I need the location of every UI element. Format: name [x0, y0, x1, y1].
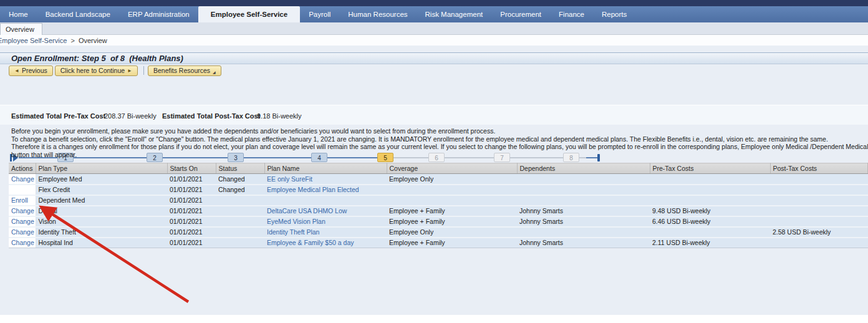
nav-tab-payroll[interactable]: Payroll	[300, 6, 339, 22]
enrollment-instructions: Before you begin your enrollment, please…	[11, 127, 868, 160]
nav-tab-finance[interactable]: Finance	[550, 6, 593, 22]
enrollment-roadmap: 1Your Current Benefits Statement2Your 20…	[0, 76, 868, 102]
nav-tab-erp-administration[interactable]: ERP Administration	[119, 6, 198, 22]
change-link[interactable]: Change	[11, 207, 34, 215]
cell-dependents	[517, 227, 650, 238]
column-header-coverage: Coverage	[387, 163, 517, 174]
cell-action: Change	[9, 174, 36, 185]
cell-status	[216, 216, 264, 227]
cell-plan-type: Hospital Ind	[36, 238, 167, 248]
nav-tab-home[interactable]: Home	[0, 6, 37, 22]
cell-pre-tax: 9.48 USD Bi-weekly	[650, 206, 770, 216]
nav-tab-reports[interactable]: Reports	[593, 6, 635, 22]
cell-dependents: Johnny Smarts	[517, 206, 650, 216]
cell-coverage: Employee + Family	[387, 238, 517, 248]
column-header-post-tax-costs: Post-Tax Costs	[770, 163, 868, 174]
cell-action: Change	[9, 206, 36, 216]
cell-starts-on: 01/01/2021	[167, 238, 216, 248]
nav-tab-risk-management[interactable]: Risk Management	[417, 6, 492, 22]
breadcrumb-current: Overview	[79, 37, 107, 44]
nav-tab-procurement[interactable]: Procurement	[491, 6, 550, 22]
cell-post-tax	[770, 195, 868, 206]
cell-status	[216, 238, 264, 248]
table-row-vision: ChangeVision01/01/2021EyeMed Vision Plan…	[9, 216, 868, 227]
nav-tab-human-resources[interactable]: Human Resources	[339, 6, 416, 22]
plan-name-link[interactable]: Employee & Family $50 a day	[267, 239, 354, 246]
posttax-cost-value: 9.18 Bi-weekly	[257, 112, 302, 120]
menu-triangle-icon: ◢	[213, 70, 216, 74]
browser-top-strip	[0, 0, 868, 6]
change-link[interactable]: Change	[11, 228, 34, 236]
table-row-dependent-med: EnrollDependent Med01/01/2021	[9, 195, 868, 206]
continue-button-label: Click here to Continue	[60, 67, 125, 74]
cell-plan-type: Dental	[36, 206, 167, 216]
cell-starts-on: 01/01/2021	[167, 185, 216, 195]
cell-pre-tax	[650, 174, 770, 185]
cell-post-tax	[770, 206, 868, 216]
cell-status	[216, 206, 264, 216]
posttax-cost-label: Estimated Total Post-Tax Cost	[162, 112, 260, 120]
cell-starts-on: 01/01/2021	[167, 216, 216, 227]
cell-plan-type: Identity Theft	[36, 227, 167, 238]
tab-overview[interactable]: Overview	[0, 23, 42, 35]
cell-plan-type: Employee Med	[36, 174, 167, 185]
nav-tab-backend-landscape[interactable]: Backend Landscape	[37, 6, 119, 22]
breadcrumb-separator: >	[67, 37, 79, 44]
column-header-plan-type: Plan Type	[36, 163, 167, 174]
cell-plan-name: Employee & Family $50 a day	[264, 238, 387, 248]
change-link[interactable]: Change	[11, 239, 34, 246]
cell-plan-type: Flex Credit	[36, 185, 167, 195]
cell-pre-tax	[650, 195, 770, 206]
cell-action: Change	[9, 227, 36, 238]
breadcrumb-parent-link[interactable]: Employee Self-Service	[0, 37, 67, 44]
breadcrumb: Employee Self-Service > Overview	[0, 37, 107, 44]
instruction-line-1: Before you begin your enrollment, please…	[11, 127, 868, 135]
cell-post-tax	[770, 185, 868, 195]
cell-action	[9, 185, 36, 195]
plan-name-link[interactable]: Identity Theft Plan	[267, 228, 319, 236]
benefits-resources-menu-button[interactable]: Benefits Resources ◢	[148, 65, 221, 76]
cell-status	[216, 195, 264, 206]
cell-pre-tax: 6.46 USD Bi-weekly	[650, 216, 770, 227]
cell-dependents	[517, 174, 650, 185]
instruction-line-2: To change a benefit selection, click the…	[11, 135, 868, 143]
cell-dependents: Johnny Smarts	[517, 238, 650, 248]
cell-coverage: Employee + Family	[387, 216, 517, 227]
change-link[interactable]: Change	[11, 175, 34, 183]
cell-status: Changed	[216, 174, 264, 185]
cell-starts-on: 01/01/2021	[167, 206, 216, 216]
plan-name-link[interactable]: EE only SureFit	[267, 175, 312, 183]
right-arrow-icon: ►	[127, 68, 132, 74]
cell-coverage: Employee + Family	[387, 206, 517, 216]
left-arrow-icon: ◄	[14, 68, 19, 74]
column-header-starts-on: Starts On	[167, 163, 216, 174]
toolbar: ◄ Previous Click here to Continue ► Bene…	[9, 65, 223, 76]
change-link[interactable]: Change	[11, 218, 34, 225]
table-header-row: ActionsPlan TypeStarts OnStatusPlan Name…	[9, 163, 868, 174]
nav-tab-employee-self-service[interactable]: Employee Self-Service	[198, 6, 300, 22]
toolbar-divider	[143, 66, 144, 75]
cell-plan-type: Dependent Med	[36, 195, 167, 206]
plan-name-link[interactable]: Employee Medical Plan Elected	[267, 186, 359, 193]
page-title-bar: Open Enrollment: Step 5 of 8 (Health Pla…	[0, 52, 868, 64]
table-row-employee-med: ChangeEmployee Med01/01/2021ChangedEE on…	[9, 174, 868, 185]
plan-name-link[interactable]: DeltaCare USA DHMO Low	[267, 207, 347, 215]
cell-plan-name: Employee Medical Plan Elected	[264, 185, 387, 195]
cell-post-tax: 2.58 USD Bi-weekly	[770, 227, 868, 238]
plan-name-link[interactable]: EyeMed Vision Plan	[267, 218, 326, 225]
cell-status: Changed	[216, 185, 264, 195]
benefits-resources-label: Benefits Resources	[153, 67, 210, 74]
continue-button[interactable]: Click here to Continue ►	[55, 65, 138, 76]
previous-button[interactable]: ◄ Previous	[9, 65, 53, 76]
previous-button-label: Previous	[22, 67, 47, 74]
cell-status	[216, 227, 264, 238]
bottom-strip	[0, 315, 868, 323]
page-title: Open Enrollment: Step 5 of 8 (Health Pla…	[0, 54, 183, 63]
cell-action: Change	[9, 238, 36, 248]
enroll-link[interactable]: Enroll	[11, 196, 28, 204]
cell-pre-tax	[650, 185, 770, 195]
instruction-line-4: button that will appear.	[11, 151, 868, 159]
table-row-identity-theft: ChangeIdentity Theft01/01/2021Identity T…	[9, 227, 868, 238]
cell-action: Change	[9, 216, 36, 227]
subtab-row: Overview	[0, 22, 868, 35]
